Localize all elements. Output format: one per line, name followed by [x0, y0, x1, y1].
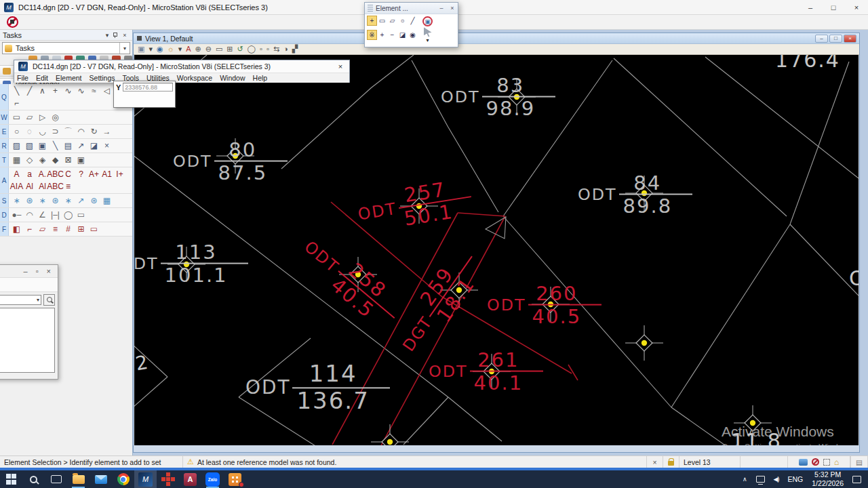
- tool-icon[interactable]: ×: [100, 140, 113, 152]
- view-tool-icon[interactable]: ▫: [267, 45, 269, 53]
- move-icon[interactable]: +: [377, 30, 387, 40]
- tool-icon[interactable]: ∿: [75, 85, 87, 97]
- cad-point-label[interactable]: ODT114136.7: [245, 362, 370, 413]
- tool-icon[interactable]: ⊛: [49, 195, 62, 207]
- dialog-combo[interactable]: ▾: [0, 295, 41, 305]
- search-button[interactable]: [43, 294, 55, 306]
- tool-icon[interactable]: ↗: [75, 140, 87, 152]
- tool-icon[interactable]: ABC: [49, 168, 62, 180]
- tool-icon[interactable]: ↗: [75, 195, 87, 207]
- home-icon[interactable]: ⌂: [834, 458, 839, 467]
- view-tool-icon[interactable]: ▫: [260, 45, 262, 53]
- cad-point-label[interactable]: ODT26040.5: [487, 283, 581, 327]
- tool-icon[interactable]: ⌒: [62, 125, 75, 138]
- tool-icon[interactable]: ⊞: [75, 223, 87, 235]
- view-tool-icon[interactable]: ◯: [248, 45, 256, 53]
- taskbar-microstation-icon[interactable]: M: [134, 470, 157, 488]
- taskbar-zalo-icon[interactable]: Zalo: [201, 470, 224, 488]
- clock[interactable]: 5:32 PM 1/22/2026: [812, 470, 844, 488]
- tool-icon[interactable]: I+: [113, 168, 126, 180]
- tool-icon[interactable]: ?: [75, 168, 87, 180]
- taskbar-chrome-icon[interactable]: [112, 470, 134, 488]
- tool-icon[interactable]: ▤: [62, 140, 75, 152]
- cad-text[interactable]: O: [849, 266, 859, 290]
- dialog-control[interactable]: ×: [47, 267, 51, 275]
- minimize-button[interactable]: –: [799, 0, 822, 14]
- tool-icon[interactable]: |–|: [49, 209, 62, 221]
- tasks-combo[interactable]: Tasks ▾: [2, 42, 130, 54]
- tool-icon[interactable]: ≡: [62, 180, 75, 192]
- taskbar-red-app-icon[interactable]: [157, 470, 179, 488]
- tool-icon[interactable]: ╲: [10, 85, 23, 97]
- cursor-arrow-icon[interactable]: [424, 27, 432, 37]
- tool-icon[interactable]: ╱: [23, 85, 36, 97]
- selection-icon[interactable]: [823, 459, 830, 466]
- tool-icon[interactable]: ∧: [36, 85, 49, 97]
- tool-icon[interactable]: ○: [10, 125, 23, 138]
- element-toolbar[interactable]: Element ... – × +▭▱○╱※+−◪◉ ▣ ▾: [364, 2, 458, 47]
- action-center-icon[interactable]: [852, 476, 861, 483]
- view-tool-icon[interactable]: ⊖: [205, 45, 212, 53]
- menu-help[interactable]: Help: [253, 74, 268, 82]
- taskbar-access-icon[interactable]: A: [179, 470, 201, 488]
- taskbar-explorer-icon[interactable]: [67, 470, 90, 488]
- tool-icon[interactable]: ◠: [75, 125, 87, 138]
- volume-icon[interactable]: ◀): [774, 476, 779, 483]
- tool-icon[interactable]: ⊛: [23, 195, 36, 207]
- tool-icon[interactable]: ●–: [10, 209, 23, 221]
- taskbar-search-icon[interactable]: [22, 470, 45, 488]
- tool-icon[interactable]: Al: [23, 180, 36, 192]
- tool-icon[interactable]: a: [23, 168, 36, 180]
- menu-element[interactable]: Element: [56, 74, 82, 82]
- tool-icon[interactable]: ◎: [49, 111, 62, 123]
- view-tool-icon[interactable]: ◉: [157, 45, 163, 53]
- status-lock-segment[interactable]: [663, 456, 679, 468]
- menu-settings[interactable]: Settings: [90, 74, 115, 82]
- tool-icon[interactable]: ▧: [23, 140, 36, 152]
- view-tool-icon[interactable]: ◑: [283, 45, 288, 53]
- shape-icon[interactable]: ▱: [387, 16, 397, 26]
- tool-icon[interactable]: ◯: [62, 209, 75, 221]
- rectangle-icon[interactable]: ▭: [377, 16, 387, 26]
- tool-icon[interactable]: ▷: [36, 111, 49, 123]
- view-tool-icon[interactable]: ↺: [237, 45, 243, 53]
- inner-window-titlebar[interactable]: M DC114.dgn [2D - V7 DGN, Read-Only] - M…: [14, 60, 349, 73]
- tool-icon[interactable]: ▨: [10, 140, 23, 152]
- tool-icon[interactable]: ◈: [36, 154, 49, 166]
- maximize-button[interactable]: □: [822, 0, 845, 14]
- tool-icon[interactable]: ▣: [36, 140, 49, 152]
- menu-edit[interactable]: Edit: [36, 74, 48, 82]
- pin-icon[interactable]: [112, 33, 117, 38]
- locks-icon[interactable]: [812, 458, 819, 466]
- cad-point-label[interactable]: ODT8398.9: [441, 75, 535, 119]
- line-icon[interactable]: ╱: [408, 16, 418, 26]
- inner-window[interactable]: M DC114.dgn [2D - V7 DGN, Read-Only] - M…: [14, 60, 350, 83]
- dialog-control[interactable]: –: [24, 267, 28, 275]
- dialog-list[interactable]: [0, 308, 55, 373]
- tool-icon[interactable]: #: [62, 223, 75, 235]
- tool-icon[interactable]: AIA: [10, 180, 23, 192]
- tool-icon[interactable]: A+: [87, 168, 100, 180]
- language-indicator[interactable]: ENG: [788, 475, 804, 483]
- view-tool-icon[interactable]: ▾: [149, 45, 153, 53]
- taskbar-mail-icon[interactable]: [90, 470, 112, 488]
- prohibit-icon[interactable]: [7, 16, 18, 28]
- tool-icon[interactable]: ⌐: [10, 97, 23, 109]
- tool-icon[interactable]: ▱: [23, 111, 36, 123]
- tool-icon[interactable]: ↻: [87, 125, 100, 138]
- cad-point-label[interactable]: ODT26140.1: [429, 350, 523, 394]
- tool-icon[interactable]: ∗: [10, 195, 23, 207]
- view-tool-icon[interactable]: ☼: [167, 45, 174, 53]
- menu-window[interactable]: Window: [220, 74, 245, 82]
- active-level[interactable]: Level 13: [679, 456, 741, 468]
- view-tool-icon[interactable]: ▭: [216, 45, 222, 53]
- menu-file[interactable]: File: [17, 74, 28, 82]
- network-icon[interactable]: [756, 476, 765, 483]
- tool-icon[interactable]: ▭: [75, 209, 87, 221]
- tool-icon[interactable]: ◆: [49, 154, 62, 166]
- tool-icon[interactable]: ◠: [23, 209, 36, 221]
- tool-icon[interactable]: +: [49, 85, 62, 97]
- tool-icon[interactable]: ◡: [36, 125, 49, 138]
- tool-icon[interactable]: ▣: [75, 154, 87, 166]
- tool-icon[interactable]: ◇: [23, 154, 36, 166]
